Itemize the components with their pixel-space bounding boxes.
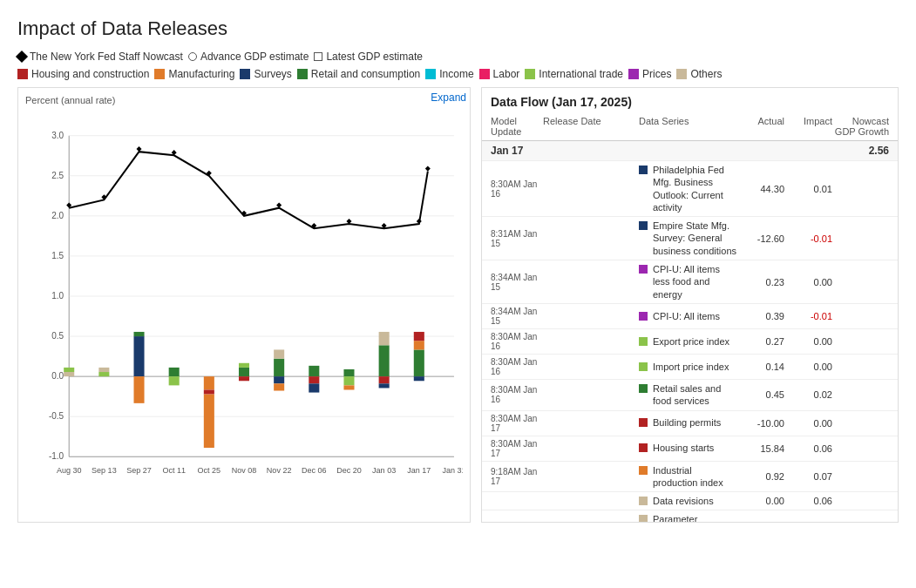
expand-button[interactable]: Expand xyxy=(431,91,466,104)
svg-text:1.5: 1.5 xyxy=(51,251,64,260)
series-color-dot xyxy=(639,418,648,427)
legend-cat-4: Income xyxy=(425,68,473,80)
series-name-text: Import price index xyxy=(653,361,729,373)
legend-cat-8: Others xyxy=(676,68,722,80)
row-impact: 0.00 xyxy=(784,336,832,347)
legend-cat-1: Manufacturing xyxy=(154,68,234,80)
svg-marker-39 xyxy=(346,219,351,224)
svg-rect-47 xyxy=(133,336,144,376)
legend-label-0: Housing and construction xyxy=(31,68,149,80)
square-icon xyxy=(314,52,322,61)
series-color-dot xyxy=(639,466,648,475)
svg-rect-64 xyxy=(309,383,319,392)
table-row: 8:30AM Jan 16 Import price index 0.14 0.… xyxy=(482,355,898,380)
svg-text:-1.0: -1.0 xyxy=(49,451,64,461)
legend-color-1 xyxy=(154,69,165,79)
svg-marker-33 xyxy=(137,146,142,152)
row-actual: 0.00 xyxy=(736,521,784,523)
svg-rect-54 xyxy=(204,395,214,448)
header-impact: Impact xyxy=(784,116,832,137)
row-time: 8:34AM Jan 15 xyxy=(491,307,543,326)
series-color-dot xyxy=(639,312,648,321)
legend-latest-label: Latest GDP estimate xyxy=(326,51,423,63)
row-actual: 0.00 xyxy=(736,496,784,506)
svg-text:-0.5: -0.5 xyxy=(49,411,64,421)
row-series: Export price index xyxy=(639,335,736,348)
group-header-jan17: Jan 17 2.56 xyxy=(482,141,898,161)
row-time: 8:30AM Jan 16 xyxy=(491,332,543,351)
svg-rect-74 xyxy=(414,332,424,341)
svg-text:Nov 08: Nov 08 xyxy=(232,466,257,475)
row-actual: 0.23 xyxy=(736,277,784,287)
table-header: ModelUpdate Release Date Data Series Act… xyxy=(482,112,898,141)
row-actual: 0.27 xyxy=(736,336,784,347)
svg-text:Jan 03: Jan 03 xyxy=(372,466,396,475)
row-impact: 0.02 xyxy=(784,389,832,400)
svg-rect-72 xyxy=(414,349,424,376)
series-color-dot xyxy=(639,384,648,393)
row-time: 8:30AM Jan 17 xyxy=(491,439,543,458)
svg-text:Dec 20: Dec 20 xyxy=(336,466,362,475)
table-row: 8:34AM Jan 15 CPI-U: All items less food… xyxy=(482,260,898,304)
header-model-update: ModelUpdate xyxy=(491,116,543,137)
table-row: 8:30AM Jan 16 Philadelphia Fed Mfg. Busi… xyxy=(482,161,898,217)
svg-rect-65 xyxy=(343,369,354,376)
series-name-text: CPI-U: All items less food and energy xyxy=(653,263,736,301)
legend-cat-6: International trade xyxy=(525,68,623,80)
table-row: 8:34AM Jan 15 CPI-U: All items 0.39 -0.0… xyxy=(482,304,898,329)
row-impact: 0.01 xyxy=(784,184,832,194)
svg-text:Jan 31: Jan 31 xyxy=(442,466,463,475)
row-time: 8:34AM Jan 15 xyxy=(491,273,543,292)
series-name-text: Parameter revisions xyxy=(653,513,736,523)
row-impact: 0.02 xyxy=(784,521,832,523)
svg-text:1.0: 1.0 xyxy=(51,291,64,301)
legend-color-7 xyxy=(628,69,639,79)
chart-panel: Expand Percent (annual rate) 3.0 2.5 2.0… xyxy=(17,87,471,523)
diamond-icon xyxy=(16,51,28,63)
table-row: 8:30AM Jan 17 Housing starts 15.84 0.06 xyxy=(482,436,898,462)
legend-advance-label: Advance GDP estimate xyxy=(200,51,309,63)
row-actual: 44.30 xyxy=(736,184,784,194)
row-impact: 0.06 xyxy=(784,496,832,506)
legend-cat-0: Housing and construction xyxy=(17,68,149,80)
svg-rect-71 xyxy=(379,383,390,388)
legend-color-8 xyxy=(676,69,687,79)
row-actual: 0.14 xyxy=(736,362,784,372)
row-series: Empire State Mfg. Survey: General busine… xyxy=(639,220,736,257)
svg-rect-75 xyxy=(414,376,424,381)
legend-nowcast-label: The New York Fed Staff Nowcast xyxy=(30,51,183,63)
legend-label-7: Prices xyxy=(642,68,671,80)
row-series: Data revisions xyxy=(639,495,736,507)
header-release-date: Release Date xyxy=(543,116,639,137)
row-time: 8:31AM Jan 15 xyxy=(491,229,543,248)
svg-text:2.0: 2.0 xyxy=(51,211,64,220)
svg-rect-46 xyxy=(98,368,109,372)
svg-rect-53 xyxy=(204,390,214,395)
group-date: Jan 17 xyxy=(491,145,543,157)
row-time: 9:18AM Jan 17 xyxy=(491,467,543,486)
table-row: Parameter revisions 0.00 0.02 xyxy=(482,510,898,523)
row-time: 8:30AM Jan 16 xyxy=(491,357,543,376)
table-row: Data revisions 0.00 0.06 xyxy=(482,492,898,510)
svg-marker-32 xyxy=(101,194,106,199)
svg-rect-60 xyxy=(274,376,284,383)
svg-marker-37 xyxy=(276,203,282,208)
series-name-text: Export price index xyxy=(653,335,729,348)
svg-text:Sep 13: Sep 13 xyxy=(92,466,117,475)
svg-rect-70 xyxy=(379,376,390,383)
row-impact: -0.01 xyxy=(784,311,832,321)
series-color-dot xyxy=(639,166,648,174)
legend-label-6: International trade xyxy=(539,68,623,80)
row-actual: -12.60 xyxy=(736,233,784,244)
svg-marker-41 xyxy=(417,219,422,224)
legend-cat-7: Prices xyxy=(628,68,671,80)
row-actual: 15.84 xyxy=(736,443,784,454)
svg-rect-56 xyxy=(239,363,249,368)
row-series: Philadelphia Fed Mfg. Business Outlook: … xyxy=(639,164,736,213)
table-row: 8:30AM Jan 17 Building permits -10.00 0.… xyxy=(482,411,898,436)
svg-marker-42 xyxy=(425,166,431,172)
legend-label-8: Others xyxy=(690,68,722,80)
series-name-text: Philadelphia Fed Mfg. Business Outlook: … xyxy=(653,164,736,213)
row-actual: -10.00 xyxy=(736,418,784,429)
data-flow-panel: Data Flow (Jan 17, 2025) ModelUpdate Rel… xyxy=(481,87,899,523)
